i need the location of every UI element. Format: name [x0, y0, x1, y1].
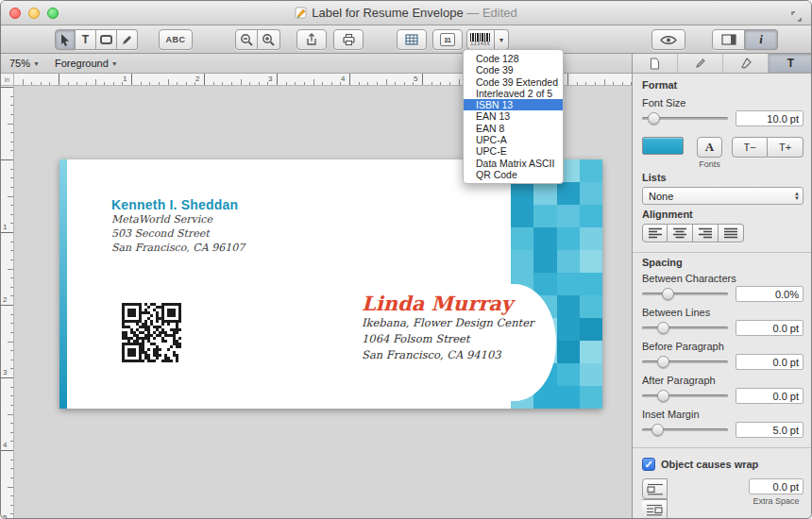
object-causes-wrap-checkbox[interactable]: ✓ — [642, 458, 655, 471]
wrap-none-icon — [647, 483, 664, 495]
zoom-out-icon — [240, 33, 254, 47]
wrap-style-left-button[interactable] — [642, 499, 668, 519]
shape-tool-button[interactable] — [96, 29, 117, 50]
fonts-button[interactable]: A — [697, 137, 722, 158]
between-lines-label: Between Lines — [642, 307, 804, 318]
after-paragraph-slider[interactable] — [642, 389, 728, 403]
document-icon — [295, 7, 307, 22]
vertical-ruler: 12345 — [1, 86, 14, 519]
zoom-level-dropdown[interactable]: 75%▼ — [9, 58, 40, 69]
spacing-row-between-characters: Between Characters0.0% — [642, 273, 804, 302]
wrap-style-none-button[interactable] — [642, 478, 668, 499]
menu-item-upc-e[interactable]: UPC-E — [464, 145, 563, 157]
wrap-style-group — [642, 478, 668, 519]
spacing-row-after-paragraph: After Paragraph0.0 pt — [642, 375, 804, 404]
draw-tool-button[interactable] — [117, 29, 138, 50]
source-panel-button[interactable] — [712, 29, 745, 50]
lists-label: Lists — [642, 172, 804, 183]
fullscreen-icon[interactable] — [791, 8, 802, 25]
tab-document[interactable] — [633, 54, 678, 73]
inspector-toggle-button[interactable]: i — [745, 29, 778, 50]
select-tool-button[interactable] — [55, 29, 76, 50]
share-button[interactable] — [296, 29, 327, 50]
menu-item-interleaved-2-of-5[interactable]: Interleaved 2 of 5 — [464, 88, 563, 99]
align-left-button[interactable] — [642, 224, 668, 243]
layer-dropdown[interactable]: Foreground▼ — [55, 58, 118, 69]
menu-item-code-39[interactable]: Code 39 — [464, 64, 563, 75]
preview-group — [651, 29, 685, 50]
text-color-swatch[interactable] — [642, 137, 684, 155]
menu-item-data-matrix-ascii[interactable]: Data Matrix ASCII — [464, 158, 563, 169]
between-characters-slider[interactable] — [642, 287, 728, 301]
menu-item-isbn-13[interactable]: ISBN 13 — [464, 99, 563, 110]
pen-icon — [121, 34, 133, 46]
chevron-down-icon: ▾ — [499, 36, 503, 44]
recipient-line: San Francisco, CA 94103 — [362, 347, 533, 363]
align-justify-button[interactable] — [719, 224, 744, 243]
align-right-button[interactable] — [693, 224, 719, 243]
spacing-title: Spacing — [642, 257, 804, 268]
extra-space-value[interactable]: 0.0 pt — [749, 478, 804, 494]
menu-item-upc-a[interactable]: UPC-A — [464, 134, 563, 145]
format-title: Format — [642, 79, 804, 91]
between-characters-value[interactable]: 0.0% — [736, 286, 804, 302]
font-size-step-group: T− T+ — [732, 137, 804, 158]
edited-indicator: — Edited — [466, 6, 516, 20]
spelling-button[interactable]: ABC — [159, 29, 193, 50]
insert-calendar-button[interactable]: 31 — [432, 29, 463, 50]
print-group — [333, 29, 364, 50]
printer-icon — [342, 33, 356, 46]
between-lines-slider[interactable] — [642, 321, 728, 335]
spacing-row-before-paragraph: Before Paragraph0.0 pt — [642, 341, 804, 370]
insert-table-group — [397, 29, 427, 50]
tab-text[interactable]: T — [769, 54, 812, 73]
text-tool-button[interactable]: T — [76, 29, 96, 50]
share-icon — [305, 33, 318, 46]
tab-geometry[interactable] — [678, 54, 723, 73]
recipient-block[interactable]: Linda Murray Ikebana, Flower Design Cent… — [362, 292, 533, 363]
after-paragraph-value[interactable]: 0.0 pt — [736, 388, 804, 404]
updown-arrows-icon: ▲▼ — [794, 188, 800, 204]
insert-barcode-button[interactable]: 123456 — [466, 29, 495, 50]
between-lines-value[interactable]: 0.0 pt — [736, 320, 804, 336]
sender-line: MetaWorld Service — [111, 212, 245, 226]
title-bar: Label for Resume Envelope — Edited — [1, 1, 811, 25]
menu-item-code-39-extended[interactable]: Code 39 Extended — [464, 76, 563, 88]
lists-dropdown[interactable]: None ▲▼ — [642, 187, 804, 205]
before-paragraph-value[interactable]: 0.0 pt — [736, 354, 804, 370]
print-button[interactable] — [333, 29, 364, 50]
barcode-dropdown-arrow[interactable]: ▾ — [495, 29, 509, 50]
inset-margin-value[interactable]: 5.0 pt — [736, 422, 804, 438]
font-size-value[interactable]: 10.0 pt — [736, 110, 804, 126]
font-size-label: Font Size — [642, 97, 804, 109]
wrap-label: Object causes wrap — [661, 459, 758, 470]
tab-appearance[interactable] — [723, 54, 769, 73]
inspector-sidebar: Format Font Size 10.0 pt A Fonts T− T+ L… — [632, 74, 812, 519]
qr-code[interactable] — [118, 299, 185, 366]
alignment-label: Alignment — [642, 209, 804, 220]
zoom-out-button[interactable] — [235, 29, 258, 50]
sender-block[interactable]: Kenneth I. Sheddan MetaWorld Service 503… — [111, 197, 245, 255]
abc-icon: ABC — [166, 35, 186, 44]
font-size-slider[interactable] — [642, 111, 728, 126]
preview-button[interactable] — [651, 29, 685, 50]
menu-item-code-128[interactable]: Code 128 — [464, 53, 563, 64]
envelope-artboard[interactable]: Kenneth I. Sheddan MetaWorld Service 503… — [59, 159, 602, 409]
menu-item-qr-code[interactable]: QR Code — [464, 169, 563, 180]
chevron-down-icon: ▼ — [33, 60, 40, 67]
increase-font-button[interactable]: T+ — [768, 137, 804, 158]
menu-item-ean-13[interactable]: EAN 13 — [464, 110, 563, 122]
after-paragraph-label: After Paragraph — [642, 375, 804, 386]
insert-table-button[interactable] — [397, 29, 427, 50]
align-justify-icon — [723, 227, 738, 239]
inset-margin-slider[interactable] — [642, 423, 728, 437]
align-center-button[interactable] — [668, 224, 693, 243]
insert-calendar-group: 31 — [432, 29, 463, 50]
zoom-in-icon — [262, 33, 276, 47]
before-paragraph-slider[interactable] — [642, 355, 728, 369]
extra-space-caption: Extra Space — [753, 496, 799, 506]
menu-item-ean-8[interactable]: EAN 8 — [464, 123, 563, 134]
zoom-in-button[interactable] — [258, 29, 280, 50]
before-paragraph-label: Before Paragraph — [642, 341, 804, 352]
decrease-font-button[interactable]: T− — [732, 137, 768, 158]
